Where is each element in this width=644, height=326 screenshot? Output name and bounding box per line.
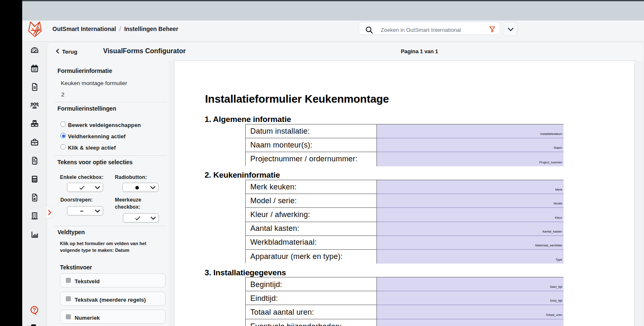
svg-text:?: ? [33,307,36,313]
